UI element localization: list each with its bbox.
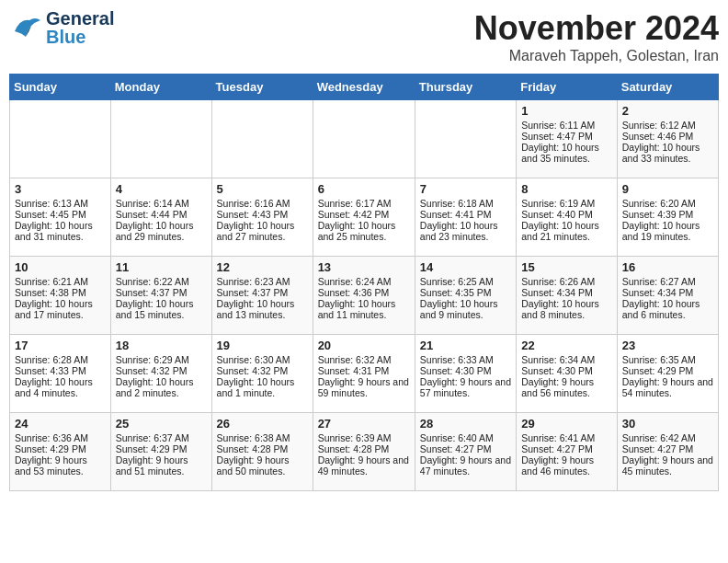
calendar-body: 1Sunrise: 6:11 AMSunset: 4:47 PMDaylight… [10, 100, 719, 491]
day-info: Sunrise: 6:14 AM [116, 198, 207, 209]
day-info: Daylight: 10 hours and 17 minutes. [15, 298, 106, 320]
day-info: Sunset: 4:29 PM [622, 365, 713, 376]
day-info: Daylight: 10 hours and 1 minute. [217, 376, 308, 398]
day-info: Sunrise: 6:22 AM [116, 276, 207, 287]
day-number: 3 [15, 182, 106, 196]
calendar-cell: 5Sunrise: 6:16 AMSunset: 4:43 PMDaylight… [211, 178, 313, 257]
title-block: November 2024 Maraveh Tappeh, Golestan, … [474, 9, 719, 64]
day-info: Sunrise: 6:18 AM [420, 198, 511, 209]
day-info: Sunrise: 6:32 AM [318, 354, 410, 365]
day-info: Sunset: 4:36 PM [318, 287, 410, 298]
logo-name: General Blue [46, 9, 114, 46]
day-number: 12 [217, 260, 308, 274]
day-info: Sunrise: 6:23 AM [217, 276, 308, 287]
day-info: Sunrise: 6:37 AM [116, 432, 207, 443]
day-info: Sunrise: 6:42 AM [622, 432, 713, 443]
day-info: Sunset: 4:27 PM [622, 443, 713, 454]
day-info: Daylight: 10 hours and 31 minutes. [15, 220, 106, 242]
day-number: 7 [420, 182, 511, 196]
day-info: Sunset: 4:40 PM [521, 209, 612, 220]
calendar-cell [10, 100, 111, 178]
day-info: Daylight: 9 hours and 51 minutes. [116, 454, 207, 477]
calendar-cell: 3Sunrise: 6:13 AMSunset: 4:45 PMDaylight… [10, 178, 111, 257]
day-info: Daylight: 10 hours and 27 minutes. [217, 220, 308, 242]
day-info: Sunrise: 6:11 AM [521, 120, 612, 131]
day-info: Sunrise: 6:38 AM [217, 432, 308, 443]
calendar-cell: 28Sunrise: 6:40 AMSunset: 4:27 PMDayligh… [415, 413, 516, 491]
calendar-cell: 1Sunrise: 6:11 AMSunset: 4:47 PMDaylight… [517, 100, 618, 178]
day-info: Sunrise: 6:26 AM [521, 276, 612, 287]
calendar-cell: 15Sunrise: 6:26 AMSunset: 4:34 PMDayligh… [517, 257, 618, 335]
calendar-cell: 12Sunrise: 6:23 AMSunset: 4:37 PMDayligh… [211, 257, 313, 335]
day-number: 5 [217, 182, 308, 196]
day-number: 27 [318, 417, 410, 431]
day-number: 16 [622, 260, 713, 274]
day-number: 25 [116, 417, 207, 431]
calendar-cell: 9Sunrise: 6:20 AMSunset: 4:39 PMDaylight… [617, 178, 718, 257]
calendar-table: SundayMondayTuesdayWednesdayThursdayFrid… [9, 74, 719, 491]
day-info: Sunset: 4:43 PM [217, 209, 308, 220]
day-info: Sunrise: 6:19 AM [521, 198, 612, 209]
day-info: Sunset: 4:37 PM [217, 287, 308, 298]
day-number: 24 [15, 417, 106, 431]
calendar-row-3: 17Sunrise: 6:28 AMSunset: 4:33 PMDayligh… [10, 335, 719, 413]
day-number: 18 [116, 339, 207, 352]
day-info: Daylight: 9 hours and 50 minutes. [217, 454, 308, 477]
calendar-cell: 29Sunrise: 6:41 AMSunset: 4:27 PMDayligh… [517, 413, 618, 491]
calendar-cell: 19Sunrise: 6:30 AMSunset: 4:32 PMDayligh… [211, 335, 313, 413]
day-number: 9 [622, 182, 713, 196]
day-info: Sunrise: 6:13 AM [15, 198, 106, 209]
day-number: 17 [15, 339, 106, 352]
day-info: Daylight: 9 hours and 56 minutes. [521, 376, 612, 398]
day-info: Sunset: 4:30 PM [521, 365, 612, 376]
calendar-cell: 18Sunrise: 6:29 AMSunset: 4:32 PMDayligh… [110, 335, 211, 413]
calendar-cell: 11Sunrise: 6:22 AMSunset: 4:37 PMDayligh… [110, 257, 211, 335]
day-info: Sunrise: 6:30 AM [217, 354, 308, 365]
day-number: 15 [521, 260, 612, 274]
day-info: Sunrise: 6:40 AM [420, 432, 511, 443]
day-info: Daylight: 9 hours and 57 minutes. [420, 376, 511, 398]
day-info: Sunset: 4:32 PM [217, 365, 308, 376]
calendar-cell: 23Sunrise: 6:35 AMSunset: 4:29 PMDayligh… [617, 335, 718, 413]
day-number: 28 [420, 417, 511, 431]
day-number: 2 [622, 104, 713, 118]
day-number: 10 [15, 260, 106, 274]
day-info: Sunrise: 6:27 AM [622, 276, 713, 287]
logo-blue: Blue [46, 28, 85, 46]
header-cell-tuesday: Tuesday [211, 75, 313, 100]
calendar-cell: 6Sunrise: 6:17 AMSunset: 4:42 PMDaylight… [313, 178, 415, 257]
day-info: Sunrise: 6:35 AM [622, 354, 713, 365]
calendar-cell: 30Sunrise: 6:42 AMSunset: 4:27 PMDayligh… [617, 413, 718, 491]
day-info: Sunrise: 6:25 AM [420, 276, 511, 287]
day-info: Sunset: 4:29 PM [116, 443, 207, 454]
day-info: Daylight: 10 hours and 9 minutes. [420, 298, 511, 320]
day-info: Daylight: 9 hours and 45 minutes. [622, 454, 713, 477]
month-title: November 2024 [474, 9, 719, 48]
day-info: Sunset: 4:45 PM [15, 209, 106, 220]
calendar-cell: 10Sunrise: 6:21 AMSunset: 4:38 PMDayligh… [10, 257, 111, 335]
day-info: Sunrise: 6:29 AM [116, 354, 207, 365]
header-cell-monday: Monday [110, 75, 211, 100]
day-info: Sunset: 4:47 PM [521, 131, 612, 142]
day-info: Sunset: 4:44 PM [116, 209, 207, 220]
day-info: Daylight: 10 hours and 6 minutes. [622, 298, 713, 320]
day-number: 30 [622, 417, 713, 431]
day-info: Sunset: 4:46 PM [622, 131, 713, 142]
calendar-cell: 21Sunrise: 6:33 AMSunset: 4:30 PMDayligh… [415, 335, 516, 413]
day-info: Daylight: 9 hours and 53 minutes. [15, 454, 106, 477]
day-info: Sunrise: 6:24 AM [318, 276, 410, 287]
day-info: Daylight: 10 hours and 29 minutes. [116, 220, 207, 242]
day-info: Daylight: 10 hours and 11 minutes. [318, 298, 410, 320]
day-number: 21 [420, 339, 511, 352]
calendar-cell: 16Sunrise: 6:27 AMSunset: 4:34 PMDayligh… [617, 257, 718, 335]
day-info: Sunset: 4:27 PM [521, 443, 612, 454]
day-info: Sunrise: 6:21 AM [15, 276, 106, 287]
day-info: Sunrise: 6:39 AM [318, 432, 410, 443]
day-number: 11 [116, 260, 207, 274]
header-cell-friday: Friday [517, 75, 618, 100]
day-info: Daylight: 10 hours and 25 minutes. [318, 220, 410, 242]
day-info: Daylight: 9 hours and 49 minutes. [318, 454, 410, 477]
calendar-header: SundayMondayTuesdayWednesdayThursdayFrid… [10, 75, 719, 100]
calendar-cell: 14Sunrise: 6:25 AMSunset: 4:35 PMDayligh… [415, 257, 516, 335]
calendar-row-1: 3Sunrise: 6:13 AMSunset: 4:45 PMDaylight… [10, 178, 719, 257]
